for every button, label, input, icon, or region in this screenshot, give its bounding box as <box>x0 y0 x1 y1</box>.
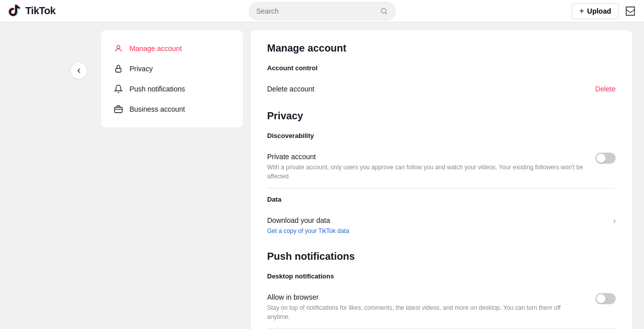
header: TikTok + Upload <box>0 0 644 22</box>
back-button[interactable] <box>71 63 87 79</box>
delete-account-button[interactable]: Delete <box>595 85 616 93</box>
main-content: Manage account Account control Delete ac… <box>251 30 632 329</box>
data-label: Data <box>267 196 616 203</box>
logo-area: TikTok <box>8 4 89 18</box>
sidebar-item-push-notifications[interactable]: Push notifications <box>101 79 243 99</box>
manage-account-title: Manage account <box>267 42 616 54</box>
desktop-notifications-label: Desktop notifications <box>267 272 616 280</box>
allow-browser-info: Allow in browser Stay on top of notifica… <box>267 293 595 321</box>
back-arrow-icon <box>75 67 83 75</box>
allow-browser-toggle[interactable] <box>595 293 616 304</box>
tiktok-logo-icon <box>8 4 22 18</box>
search-bar <box>89 2 555 20</box>
page-wrapper: Manage account Privacy Push notification… <box>0 22 644 329</box>
download-data-row[interactable]: Download your data Get a copy of your Ti… <box>267 209 616 243</box>
sidebar-privacy-label: Privacy <box>130 65 153 73</box>
svg-point-3 <box>117 45 120 49</box>
download-data-info: Download your data Get a copy of your Ti… <box>267 216 613 236</box>
lock-icon <box>113 64 123 74</box>
data-subsection: Data Download your data Get a copy of yo… <box>267 196 616 243</box>
svg-line-1 <box>385 13 387 14</box>
private-account-info: Private account With a private account, … <box>267 153 595 181</box>
plus-icon: + <box>579 7 584 16</box>
search-icon <box>380 7 388 15</box>
sidebar-item-manage-account[interactable]: Manage account <box>101 38 243 59</box>
sidebar-manage-label: Manage account <box>130 44 182 53</box>
download-data-action: › <box>613 216 616 225</box>
svg-rect-5 <box>115 107 122 113</box>
private-account-row: Private account With a private account, … <box>267 146 616 189</box>
person-icon <box>113 43 123 54</box>
allow-browser-desc: Stay on top of notifications for likes, … <box>267 303 583 321</box>
svg-marker-2 <box>626 7 635 15</box>
push-notifications-section: Push notifications Desktop notifications… <box>267 251 616 329</box>
delete-account-name: Delete account <box>267 85 583 93</box>
account-control-label: Account control <box>267 64 616 72</box>
search-input[interactable] <box>256 7 376 15</box>
upload-label: Upload <box>587 7 611 15</box>
upload-button[interactable]: + Upload <box>572 3 619 19</box>
discoverability-label: Discoverability <box>267 132 616 139</box>
allow-browser-name: Allow in browser <box>267 293 583 301</box>
private-account-name: Private account <box>267 153 583 161</box>
download-data-name: Download your data <box>267 216 601 224</box>
briefcase-icon <box>113 104 123 114</box>
private-account-desc: With a private account, only users you a… <box>267 163 583 181</box>
delete-account-info: Delete account <box>267 85 595 95</box>
sidebar-business-label: Business account <box>130 105 185 113</box>
delete-account-row: Delete account Delete <box>267 78 616 102</box>
sidebar-notifications-label: Push notifications <box>130 85 185 93</box>
allow-browser-row: Allow in browser Stay on top of notifica… <box>267 286 616 329</box>
inbox-button[interactable] <box>625 6 636 17</box>
svg-point-0 <box>381 8 385 13</box>
push-notifications-title: Push notifications <box>267 251 616 262</box>
chevron-right-icon: › <box>613 216 616 225</box>
private-account-toggle-area <box>595 153 616 164</box>
header-right: + Upload <box>555 3 636 19</box>
delete-account-action: Delete <box>595 85 616 93</box>
privacy-section: Privacy Discoverability Private account … <box>267 110 616 243</box>
bell-icon <box>113 84 123 94</box>
back-area <box>0 22 101 329</box>
svg-rect-4 <box>116 68 121 72</box>
search-container <box>249 2 396 20</box>
inbox-icon <box>625 6 636 17</box>
download-data-desc: Get a copy of your TikTok data <box>267 226 601 236</box>
private-account-toggle[interactable] <box>595 153 616 164</box>
privacy-title: Privacy <box>267 110 616 122</box>
logo-text: TikTok <box>25 5 56 17</box>
sidebar-item-business-account[interactable]: Business account <box>101 99 243 119</box>
search-button[interactable] <box>380 7 388 15</box>
sidebar-item-privacy[interactable]: Privacy <box>101 59 243 79</box>
allow-browser-toggle-area <box>595 293 616 304</box>
manage-account-section: Manage account Account control Delete ac… <box>267 42 616 102</box>
sidebar: Manage account Privacy Push notification… <box>101 30 243 127</box>
